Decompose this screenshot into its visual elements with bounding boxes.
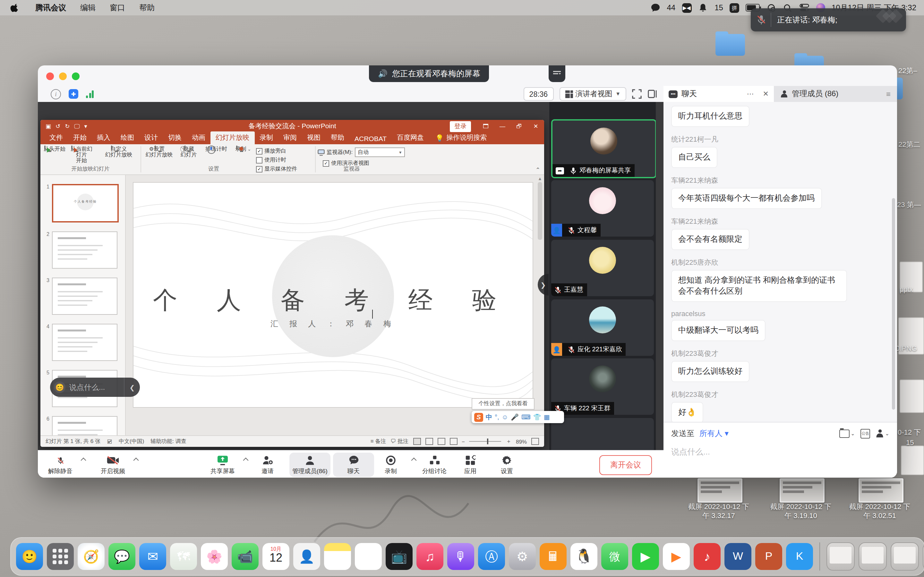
notes-toggle[interactable]: ≡ 备注: [371, 438, 386, 445]
desktop-file-label[interactable]: 0.PNG: [896, 344, 917, 352]
desktop-file-thumbnail[interactable]: [900, 380, 924, 413]
ppt-tab-4[interactable]: 设计: [139, 131, 163, 144]
setup-slideshow-button[interactable]: ⚙设置 幻灯片放映: [144, 146, 174, 158]
dock-keynote-icon[interactable]: K: [786, 543, 813, 570]
slideshow-view-icon[interactable]: [449, 438, 457, 445]
dock-iqiyi-icon[interactable]: ▶: [632, 543, 659, 570]
toolbar-breakout-button[interactable]: 分组讨论: [414, 453, 455, 477]
dock-wechat-icon[interactable]: 微: [601, 543, 628, 570]
use-timings-checkbox[interactable]: 使用计时: [256, 156, 314, 164]
slide-canvas[interactable]: 个 人 备 考 经 验 汇 报 人 ： 邓 春 梅: [134, 183, 533, 407]
close-window-button[interactable]: [46, 73, 54, 80]
dock-minimized-window[interactable]: [859, 542, 887, 571]
toolbar-share-button[interactable]: 共享屏幕: [202, 453, 243, 477]
ppt-tab-5[interactable]: 切换: [163, 131, 187, 144]
dock-word-icon[interactable]: W: [724, 543, 751, 570]
monitor-select[interactable]: 自动▾: [355, 147, 405, 157]
bell-icon[interactable]: [698, 3, 708, 13]
desktop-file-label[interactable]: 0-12 下: [898, 428, 921, 437]
play-narration-checkbox[interactable]: ✓播放旁白: [256, 147, 314, 155]
toolbar-invite-button[interactable]: 邀请: [247, 453, 288, 477]
language-indicator[interactable]: 中文(中国): [119, 438, 144, 445]
dock-qq-icon[interactable]: 🐧: [570, 543, 598, 570]
wemeet-status-icon[interactable]: ▶◀: [682, 3, 691, 13]
dock-netease-music-icon[interactable]: ♪: [694, 543, 720, 570]
message-bubble[interactable]: 听力怎么训练较好: [671, 361, 750, 382]
participant-tile-partial[interactable]: [551, 418, 654, 450]
chat-bubble-status-icon[interactable]: [650, 3, 660, 13]
participant-tile[interactable]: 车辆 222 宋王群: [551, 358, 654, 415]
fullscreen-icon[interactable]: [632, 89, 642, 99]
dock-mail-icon[interactable]: ✉: [139, 543, 166, 570]
dock-appstore-icon[interactable]: Ⓐ: [478, 543, 505, 570]
toolbar-members-button[interactable]: 管理成员(86): [289, 453, 330, 477]
dock-launchpad-icon[interactable]: [47, 543, 74, 570]
chat-scrollbar[interactable]: [892, 198, 895, 410]
emoji-icon[interactable]: 😊: [54, 382, 65, 393]
collapse-chat-icon[interactable]: ❮: [124, 378, 140, 397]
zoom-slider[interactable]: [469, 441, 501, 442]
screenshot-file-thumbnail[interactable]: [698, 478, 742, 503]
reading-view-icon[interactable]: [437, 438, 445, 445]
dock-calendar-icon[interactable]: 10月12: [262, 543, 289, 570]
meeting-timer[interactable]: 28:36: [523, 87, 554, 101]
dock-minimized-window[interactable]: [891, 542, 919, 571]
dock-contacts-icon[interactable]: 👤: [293, 543, 320, 570]
menu-item-window[interactable]: 窗口: [110, 2, 125, 13]
toolbar-apps-button[interactable]: 应用: [450, 453, 491, 477]
desktop-file-label[interactable]: 23 第—: [897, 200, 921, 210]
normal-view-icon[interactable]: [413, 438, 421, 445]
ppt-tab-8[interactable]: 录制: [254, 131, 278, 144]
slide-thumbnail-3[interactable]: 3: [44, 277, 120, 315]
toolbar-cam-off-button[interactable]: 开启视频: [92, 453, 134, 477]
dock-safari-icon[interactable]: 🧭: [78, 543, 105, 570]
ppt-tab-10[interactable]: 视图: [302, 131, 326, 144]
dock-notes-icon[interactable]: ≡: [324, 543, 351, 570]
fit-slide-icon[interactable]: [531, 438, 539, 445]
network-quality-icon[interactable]: [86, 90, 94, 98]
toolbar-record-button[interactable]: 录制: [370, 453, 411, 477]
ppt-login-button[interactable]: 登录: [450, 121, 471, 132]
slide-thumbnail-2[interactable]: 2: [44, 231, 120, 269]
message-bubble[interactable]: 听力耳机什么意思: [671, 106, 750, 127]
slide-scrollbar[interactable]: ▲: [537, 176, 543, 435]
ppt-tab-6[interactable]: 动画: [187, 131, 210, 144]
accessibility-status[interactable]: 辅助功能: 调查: [150, 438, 186, 445]
ppt-tab-12[interactable]: ACROBAT: [349, 133, 392, 144]
sogou-input-bar[interactable]: S 中 °, ☺ 🎤 ⌨ 👕 ▦: [472, 411, 564, 423]
desktop-file-label[interactable]: 22第二: [898, 140, 921, 149]
toolbar-mic-off-button[interactable]: 解除静音: [40, 453, 81, 477]
participant-tile[interactable]: 王嘉慧: [551, 240, 654, 296]
dock-podcasts-icon[interactable]: 🎙: [447, 543, 474, 570]
zoom-in-icon[interactable]: ＋: [506, 438, 511, 445]
toolbar-chat-button[interactable]: 聊天: [333, 453, 374, 477]
rehearse-timings-button[interactable]: 排练计时: [204, 146, 229, 152]
desktop-file-label[interactable]: pptx: [900, 285, 913, 293]
ime-keyboard-icon[interactable]: ⌨: [521, 414, 531, 421]
screenshot-file-label[interactable]: 截屏 2022-10-12 下午 3.19.10: [756, 502, 846, 520]
ppt-close-button[interactable]: ✕: [527, 120, 544, 133]
private-chat-icon[interactable]: ⌄: [876, 430, 889, 437]
message-bubble[interactable]: 中级翻译大一可以考吗: [671, 320, 766, 341]
message-bubble[interactable]: 想知道 高分拿到的证书 和刚合格拿到的证书 会不会有什么区别: [671, 270, 847, 302]
message-bubble[interactable]: 好👌: [671, 402, 703, 422]
ime-mic-icon[interactable]: 🎤: [511, 414, 519, 421]
dock-photos-icon[interactable]: 🌸: [201, 543, 228, 570]
dock-music-icon[interactable]: ♫: [417, 543, 443, 570]
window-traffic-lights[interactable]: [46, 73, 79, 80]
sogou-logo-icon[interactable]: S: [474, 413, 483, 422]
tell-me-search[interactable]: 💡操作说明搜索: [435, 133, 487, 144]
participant-tile[interactable]: ➦邓春梅的屏幕共享: [551, 119, 656, 178]
announcement-icon[interactable]: 公告: [861, 429, 871, 438]
desktop-file-label[interactable]: 22第–: [898, 66, 917, 76]
custom-slideshow-button[interactable]: 自定义 幻灯片放映: [102, 146, 136, 158]
ppt-tab-3[interactable]: 绘图: [115, 131, 139, 144]
ppt-tab-11[interactable]: 帮助: [326, 131, 349, 144]
dock-maps-icon[interactable]: 🗺: [170, 543, 197, 570]
minimize-window-button[interactable]: [59, 73, 67, 80]
apple-logo-icon[interactable]: [10, 3, 19, 12]
screenshot-file-thumbnail[interactable]: [780, 478, 825, 503]
tab-chat[interactable]: ••• 聊天 ⋯ ✕: [664, 86, 774, 102]
chat-folder-icon[interactable]: ⌄: [839, 429, 855, 438]
dock-tv-icon[interactable]: 📺: [386, 543, 413, 570]
